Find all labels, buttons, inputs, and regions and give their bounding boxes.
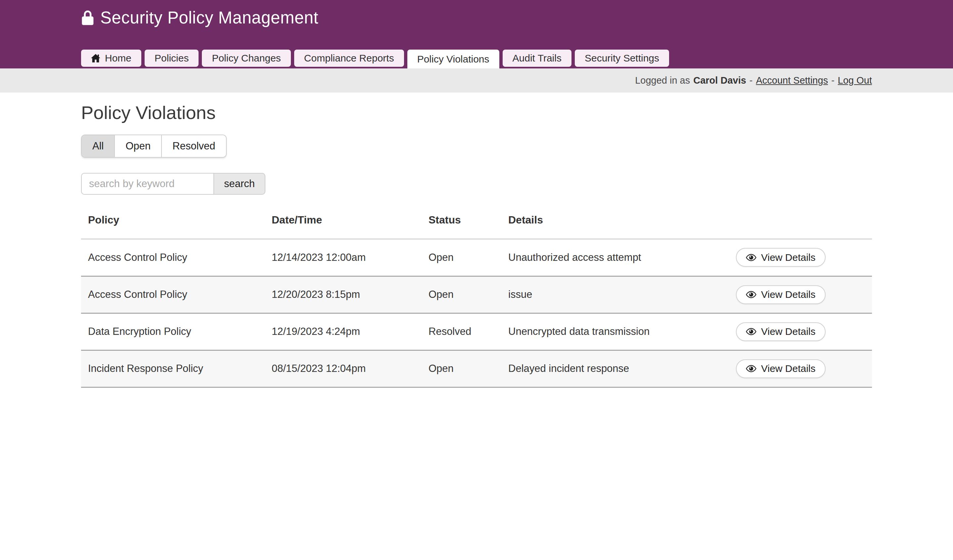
cell-policy: Incident Response Policy	[81, 350, 265, 387]
view-details-label: View Details	[761, 326, 816, 337]
table-row: Incident Response Policy 08/15/2023 12:0…	[81, 350, 872, 387]
violations-table: Policy Date/Time Status Details Access C…	[81, 214, 872, 388]
section-heading: Policy Violations	[81, 102, 872, 123]
cell-details: Unauthorized access attempt	[501, 239, 729, 276]
eye-icon	[746, 328, 756, 335]
cell-status: Open	[422, 350, 501, 387]
column-header-datetime: Date/Time	[265, 214, 422, 239]
tab-label: Compliance Reports	[304, 53, 394, 64]
brand: Security Policy Management	[81, 0, 872, 28]
account-settings-link[interactable]: Account Settings	[756, 75, 828, 86]
cell-status: Open	[422, 239, 501, 276]
tab-audit-trails[interactable]: Audit Trails	[503, 50, 571, 67]
view-details-button[interactable]: View Details	[736, 359, 826, 378]
table-header-row: Policy Date/Time Status Details	[81, 214, 872, 239]
tab-policy-violations[interactable]: Policy Violations	[407, 50, 499, 68]
view-details-label: View Details	[761, 252, 816, 263]
view-details-button[interactable]: View Details	[736, 322, 826, 341]
separator: -	[750, 75, 753, 86]
eye-icon	[746, 291, 756, 298]
view-details-button[interactable]: View Details	[736, 285, 826, 304]
separator: -	[831, 75, 835, 86]
log-out-link[interactable]: Log Out	[838, 75, 872, 86]
home-icon	[91, 54, 100, 62]
tab-label: Security Settings	[585, 53, 659, 64]
tab-label: Audit Trails	[512, 53, 562, 64]
table-row: Access Control Policy 12/20/2023 8:15pm …	[81, 276, 872, 313]
column-header-status: Status	[422, 214, 501, 239]
cell-status: Resolved	[422, 313, 501, 350]
cell-datetime: 12/19/2023 4:24pm	[265, 313, 422, 350]
column-header-actions	[729, 214, 872, 239]
table-row: Data Encryption Policy 12/19/2023 4:24pm…	[81, 313, 872, 350]
filter-all-button[interactable]: All	[82, 135, 114, 157]
eye-icon	[746, 365, 756, 372]
column-header-details: Details	[501, 214, 729, 239]
app-header: Security Policy Management Home Policies…	[0, 0, 953, 68]
tab-label: Policies	[155, 53, 189, 64]
cell-details: Unencrypted data transmission	[501, 313, 729, 350]
cell-details: Delayed incident response	[501, 350, 729, 387]
cell-datetime: 12/20/2023 8:15pm	[265, 276, 422, 313]
search-input[interactable]	[81, 173, 213, 195]
eye-icon	[746, 254, 756, 261]
tab-compliance-reports[interactable]: Compliance Reports	[294, 50, 404, 67]
column-header-policy: Policy	[81, 214, 265, 239]
view-details-button[interactable]: View Details	[736, 248, 826, 267]
tab-security-settings[interactable]: Security Settings	[575, 50, 669, 67]
tab-home[interactable]: Home	[81, 50, 141, 67]
cell-policy: Data Encryption Policy	[81, 313, 265, 350]
main-nav: Home Policies Policy Changes Compliance …	[81, 50, 872, 68]
logged-in-text: Logged in as	[635, 75, 690, 86]
filter-open-button[interactable]: Open	[114, 135, 161, 157]
page-title: Security Policy Management	[100, 8, 318, 28]
cell-datetime: 12/14/2023 12:00am	[265, 239, 422, 276]
table-row: Access Control Policy 12/14/2023 12:00am…	[81, 239, 872, 276]
status-filter-group: All Open Resolved	[81, 135, 227, 158]
tab-label: Home	[105, 53, 131, 64]
cell-datetime: 08/15/2023 12:04pm	[265, 350, 422, 387]
tab-label: Policy Changes	[212, 53, 281, 64]
search-bar: search	[81, 173, 872, 195]
tab-label: Policy Violations	[417, 54, 489, 65]
view-details-label: View Details	[761, 289, 816, 300]
user-bar: Logged in as Carol Davis - Account Setti…	[0, 68, 953, 93]
username: Carol Davis	[693, 75, 746, 86]
tab-policies[interactable]: Policies	[144, 50, 199, 67]
cell-policy: Access Control Policy	[81, 276, 265, 313]
search-button[interactable]: search	[213, 173, 265, 195]
cell-details: issue	[501, 276, 729, 313]
lock-icon	[81, 10, 94, 26]
cell-status: Open	[422, 276, 501, 313]
tab-policy-changes[interactable]: Policy Changes	[202, 50, 290, 67]
cell-policy: Access Control Policy	[81, 239, 265, 276]
filter-resolved-button[interactable]: Resolved	[161, 135, 226, 157]
view-details-label: View Details	[761, 363, 816, 374]
